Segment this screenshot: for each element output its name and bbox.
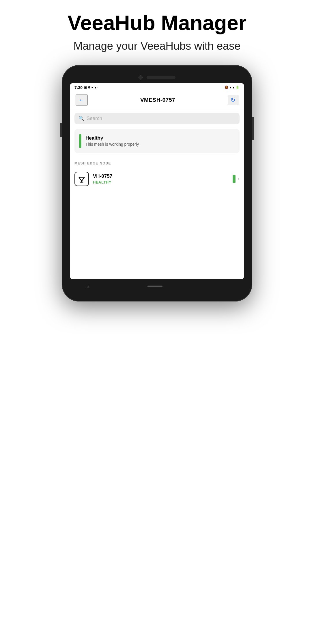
back-nav-icon[interactable]: ‹ [87,283,89,290]
battery-icon: 🔋 [235,86,240,89]
chevron-right-icon: › [238,176,240,182]
node-list-item[interactable]: VH-0757 HEALTHY › [70,168,244,190]
page-subtitle: Manage your VeeaHubs with ease [68,39,246,53]
camera-dot [139,75,143,79]
section-label: MESH EDGE NODE [70,157,244,168]
circle-icon: ● [94,86,96,89]
screen-content: Healthy This mesh is working properly ME… [70,129,244,279]
phone-screen: 7:30 ▣ ⊕ ◂ ● · 🔕 ▾ ▴ 🔋 ← VMESH-0757 ↻ 🔍 [70,83,244,279]
phone-top-bar [70,73,244,83]
node-battery-indicator [233,175,235,183]
health-status-card: Healthy This mesh is working properly [74,129,240,153]
status-right: 🔕 ▾ ▴ 🔋 [225,86,240,89]
health-description: This mesh is working properly [85,142,139,147]
speaker-grille [147,76,175,79]
health-title: Healthy [85,135,139,141]
sd-icon: ⊕ [88,86,90,89]
node-text-block: VH-0757 HEALTHY [93,173,229,184]
node-right: › [233,175,240,183]
svg-rect-3 [81,182,81,182]
status-left: 7:30 ▣ ⊕ ◂ ● · [74,85,98,90]
home-button[interactable] [147,286,162,287]
svg-marker-0 [79,177,85,181]
veea-hub-icon [77,175,86,183]
app-nav-bar: ← VMESH-0757 ↻ [70,91,244,109]
search-container: 🔍 Search [70,109,244,128]
page-title: VeeaHub Manager [68,12,246,34]
power-button [252,117,254,140]
svg-rect-4 [82,182,83,182]
mute-icon: 🔕 [225,86,229,89]
search-placeholder: Search [87,116,102,121]
node-status: HEALTHY [93,180,229,184]
status-bar: 7:30 ▣ ⊕ ◂ ● · 🔕 ▾ ▴ 🔋 [70,83,244,91]
node-name: VH-0757 [93,173,229,179]
page-header: VeeaHub Manager Manage your VeeaHubs wit… [68,12,246,53]
screen-title: VMESH-0757 [140,97,175,103]
wifi-icon: ▾ [230,86,231,89]
health-indicator-bar [79,134,81,148]
search-bar[interactable]: 🔍 Search [74,113,240,124]
status-time: 7:30 [74,85,83,90]
health-text-block: Healthy This mesh is working properly [85,135,139,147]
dot-icon: · [98,86,98,89]
back-button[interactable]: ← [76,95,88,106]
signal-icon: ▴ [233,86,234,89]
search-icon: 🔍 [78,116,84,121]
node-icon-box [74,172,89,186]
volume-button [60,123,62,137]
phone-shell: 7:30 ▣ ⊕ ◂ ● · 🔕 ▾ ▴ 🔋 ← VMESH-0757 ↻ 🔍 [62,65,252,301]
sim-icon: ▣ [84,86,87,89]
refresh-button[interactable]: ↻ [228,95,238,105]
phone-bottom-bar: ‹ [70,279,244,292]
back-icon: ◂ [91,86,93,89]
